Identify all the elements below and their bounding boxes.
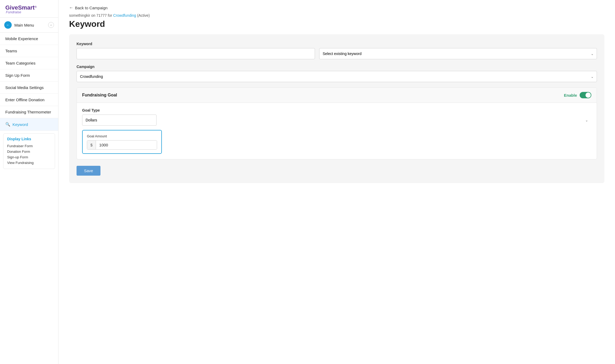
main-menu-row: ← Main Menu ‹ [0,18,58,33]
amount-input-row: $ [87,140,157,150]
breadcrumb: somethingkir on 71777 for Crowdfunding (… [69,13,604,18]
display-links-title: Display Links [7,137,51,141]
dollar-sign: $ [87,141,96,149]
keyword-search-icon: 🔍 [5,122,10,127]
goal-type-select-wrapper: Dollars Donors ⌄ [82,115,591,126]
nav-item-social-media-settings[interactable]: Social Media Settings [0,82,58,94]
nav-item-sign-up-form[interactable]: Sign Up Form [0,69,58,82]
back-to-campaign-link[interactable]: ← Back to Campaign [69,5,604,10]
goal-type-label: Goal Type [82,108,591,112]
breadcrumb-status: (Active) [137,13,150,18]
nav-item-keyword-label: Keyword [12,122,28,127]
logo: GiveSmart® Fundraise [0,0,58,18]
display-link-donation-form[interactable]: Donation Form [7,149,51,154]
goal-type-dropdown[interactable]: Dollars Donors [82,115,157,126]
campaign-field-section: Campaign Crowdfunding ⌄ [77,65,597,82]
nav-item-team-categories[interactable]: Team Categories [0,57,58,69]
toggle-knob [585,92,591,98]
top-bar: ← Back to Campaign somethingkir on 71777… [58,0,615,29]
fundraising-goal-header: Fundraising Goal Enable [77,88,597,103]
sidebar-collapse-button[interactable]: ‹ [48,22,54,28]
logo-reg: ® [35,5,37,9]
select-existing-keyword-wrapper: Select existing keyword ⌄ [319,48,597,59]
keyword-field-label: Keyword [77,42,597,46]
keyword-input[interactable] [77,48,315,59]
back-link-text: Back to Campaign [75,6,108,10]
display-links-section: Display Links Fundraiser Form Donation F… [3,133,55,169]
nav-item-mobile-experience[interactable]: Mobile Experience [0,33,58,45]
main-menu-back-icon[interactable]: ← [4,21,12,29]
enable-toggle[interactable] [580,92,591,98]
sidebar: GiveSmart® Fundraise ← Main Menu ‹ Mobil… [0,0,58,364]
fundraising-goal-body: Goal Type Dollars Donors ⌄ Goal Amount $ [77,103,597,159]
nav-item-fundraising-thermometer[interactable]: Fundraising Thermometer [0,106,58,118]
keyword-field-section: Keyword Select existing keyword ⌄ [77,42,597,59]
goal-amount-box: Goal Amount $ [82,130,162,154]
campaign-field-label: Campaign [77,65,597,69]
display-link-signup-form[interactable]: Sign-up Form [7,154,51,160]
breadcrumb-campaign-link[interactable]: Crowdfunding [113,13,136,18]
nav-item-enter-offline-donation[interactable]: Enter Offline Donation [0,94,58,106]
fundraising-goal-title: Fundraising Goal [82,93,117,98]
enable-label: Enable [564,93,577,98]
fundraising-goal-section: Fundraising Goal Enable Goal Type Dollar… [77,87,597,159]
back-arrow-icon: ← [69,5,73,10]
page-title: Keyword [69,19,604,29]
main-menu-label: Main Menu [14,23,34,27]
display-link-fundraiser-form[interactable]: Fundraiser Form [7,143,51,149]
select-existing-keyword-dropdown[interactable]: Select existing keyword [319,48,597,59]
main-content: ← Back to Campaign somethingkir on 71777… [58,0,615,364]
breadcrumb-text: somethingkir on 71777 for [69,13,112,18]
campaign-select-wrapper: Crowdfunding ⌄ [77,71,597,82]
campaign-dropdown[interactable]: Crowdfunding [77,71,597,82]
goal-amount-label: Goal Amount [87,134,157,138]
goal-amount-input[interactable] [96,141,157,149]
save-button[interactable]: Save [77,166,100,176]
keyword-input-row: Select existing keyword ⌄ [77,48,597,59]
goal-type-section: Goal Type Dollars Donors ⌄ [82,108,591,126]
keyword-form-card: Keyword Select existing keyword ⌄ Campai… [69,34,604,183]
nav-item-keyword[interactable]: 🔍 Keyword [0,118,58,131]
goal-type-chevron-icon: ⌄ [585,118,588,122]
enable-row: Enable [564,92,591,98]
nav-item-teams[interactable]: Teams [0,45,58,57]
display-link-view-fundraising[interactable]: View Fundraising [7,160,51,166]
